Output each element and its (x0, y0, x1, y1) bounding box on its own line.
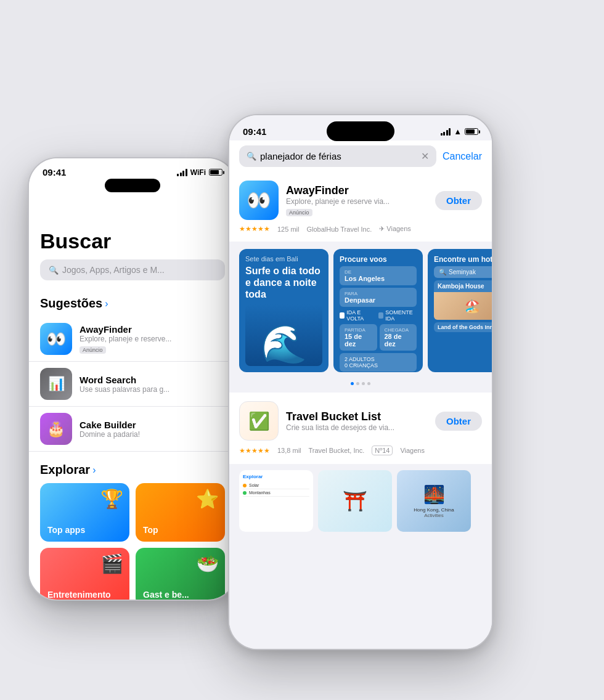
phone-front: 09:41 ▲ 🔍 p (228, 114, 493, 650)
screenshot-flight: Procure voos DE Los Angeles PARA Denpasa… (333, 249, 423, 372)
buscar-title: Buscar (40, 229, 225, 253)
arrival-field: CHEGADA 28 de dez (380, 324, 417, 351)
awayfinder-icon-front: 👀 (239, 181, 279, 220)
category-card-top[interactable]: ⭐ Top (136, 483, 225, 542)
dots-indicator (229, 380, 492, 388)
checkbox-oneway: SOMENTE IDA (378, 309, 417, 322)
search-icon-front: 🔍 (247, 152, 256, 161)
hotel1-name: Kamboja House (434, 280, 492, 292)
hotel-search-bar: 🔍 Seminyak (434, 266, 492, 278)
second-app-desc: Crie sua lista de desejos de via... (286, 423, 428, 432)
tb-dot-1 (243, 484, 247, 487)
awayfinder-icon-back: 👀 (40, 323, 72, 355)
tb-screenshot-3: 🌉 Hong Kong, China Activities (397, 470, 471, 532)
dep-label: PARTIDA (345, 327, 372, 333)
suggestions-chevron[interactable]: › (105, 298, 108, 309)
clear-icon[interactable]: ✕ (421, 150, 429, 162)
app-desc: Use suas palavras para g... (80, 385, 225, 394)
app-desc: Explore, planeje e reserve... (80, 335, 225, 343)
publisher-second: Travel Bucket, Inc. (309, 447, 365, 454)
top-apps-title: Top apps (47, 525, 85, 535)
time-front: 09:41 (243, 126, 266, 137)
list-item[interactable]: 📊 Word Search Use suas palavras para g..… (29, 362, 236, 407)
stars-row-featured: ★★★★★ 125 mil GlobalHub Travel Inc. ✈ Vi… (239, 225, 482, 233)
dynamic-island (327, 121, 394, 141)
search-bar-back[interactable]: 🔍 Jogos, Apps, Artigos e M... (40, 259, 225, 280)
top-apps-emoji: 🏆 (100, 488, 123, 510)
bali-title: Sete dias em Bali (245, 255, 322, 262)
publisher-featured: GlobalHub Travel Inc. (306, 226, 372, 233)
search-placeholder-back: Jogos, Apps, Artigos e M... (62, 265, 165, 275)
tb-inner-1: Explorar Solar Montanhas (239, 470, 313, 532)
battery-icon (209, 169, 222, 176)
scene: 09:41 WiFi (0, 0, 604, 700)
suggestions-title: Sugestões (40, 296, 102, 311)
gastro-title: Gast e be... (143, 590, 189, 600)
screenshots-row: Sete dias em Bali Surfe o dia todo e dan… (229, 242, 492, 380)
bali-subtitle: Surfe o dia todo e dance a noite toda (245, 265, 322, 301)
featured-app-card: 👀 AwayFinder Explore, planeje e reserve … (229, 172, 492, 242)
entertainment-emoji: 🎬 (100, 553, 123, 574)
pool-icon: 🏖️ (465, 299, 480, 314)
arr-label: CHEGADA (385, 327, 412, 333)
tb-screenshot-2: ⛩️ (318, 470, 392, 532)
tb-inner-2: ⛩️ (318, 470, 392, 532)
temple-icon: ⛩️ (343, 489, 367, 513)
tb-text-1: Solar (249, 483, 259, 487)
suggestions-list: 👀 AwayFinder Explore, planeje e reserve.… (29, 317, 236, 452)
wifi-icon-front: ▲ (454, 127, 462, 136)
category-second: Viagens (400, 447, 425, 454)
featured-ad-badge: Anúncio (286, 209, 312, 216)
category-card-gastro[interactable]: 🥗 Gast e be... (136, 548, 225, 600)
search-input-container[interactable]: 🔍 planejador de férias ✕ (239, 145, 436, 167)
awayfinder-face-front: 👀 (247, 189, 271, 212)
explorar-title: Explorar (40, 463, 90, 477)
status-icons-back: WiFi (177, 168, 222, 177)
dates-row: PARTIDA 15 de dez CHEGADA 28 de dez (340, 324, 417, 351)
explorar-header: Explorar › (29, 452, 236, 483)
top-title: Top (143, 525, 158, 535)
children-value: 0 CRIANÇAS (345, 362, 412, 368)
stars-featured: ★★★★★ (239, 225, 270, 233)
dot-2 (356, 382, 359, 385)
check-oneway (378, 312, 383, 319)
from-label: DE (345, 269, 412, 275)
tb-screenshots: Explorar Solar Montanhas ⛩️ (229, 464, 492, 538)
wave-icon: 🌊 (261, 322, 307, 366)
arr-value: 28 de dez (385, 333, 412, 348)
travel-bucket-emoji: ✅ (248, 411, 270, 431)
hongkong-label: Hong Kong, China (414, 507, 454, 513)
oneway-label: SOMENTE IDA (385, 309, 417, 322)
travel-bucket-icon: ✅ (239, 401, 279, 441)
wifi-icon: WiFi (190, 168, 206, 177)
departure-field: PARTIDA 15 de dez (340, 324, 377, 351)
tb-screenshot-1: Explorar Solar Montanhas (239, 470, 313, 532)
list-item[interactable]: 🎂 Cake Builder Domine a padaria! (29, 407, 236, 452)
app-name: AwayFinder (80, 324, 225, 335)
entertainment-title: Entretenimento (47, 590, 111, 600)
search-icon-back: 🔍 (49, 266, 59, 275)
wordsearch-icon: 📊 (40, 368, 72, 400)
cancel-button[interactable]: Cancelar (443, 151, 482, 162)
app-desc: Domine a padaria! (80, 430, 225, 439)
cake-icon: 🎂 (40, 413, 72, 445)
obter-button-featured[interactable]: Obter (435, 191, 482, 210)
category-card-entertainment[interactable]: 🎬 Entretenimento (40, 548, 129, 600)
dynamic-island-container (229, 115, 492, 123)
featured-app-row: 👀 AwayFinder Explore, planeje e reserve … (239, 181, 482, 220)
check-roundtrip (340, 312, 345, 319)
category-card-top-apps[interactable]: 🏆 Top apps (40, 483, 129, 542)
search-query: planejador de férias (260, 151, 417, 161)
activities-label: Activities (424, 513, 444, 518)
flight-title: Procure voos (340, 255, 417, 264)
obter-button-second[interactable]: Obter (435, 412, 482, 431)
search-bar-active: 🔍 planejador de férias ✕ Cancelar (229, 140, 492, 172)
tb-item-2: Montanhas (243, 489, 309, 497)
status-bar-back: 09:41 WiFi (29, 158, 236, 181)
signal-icon (177, 169, 187, 176)
second-app-row: ✅ Travel Bucket List Crie sua lista de d… (239, 401, 482, 441)
explorar-chevron[interactable]: › (92, 465, 96, 476)
reviews-featured: 125 mil (277, 226, 299, 233)
list-item[interactable]: 👀 AwayFinder Explore, planeje e reserve.… (29, 317, 236, 362)
status-icons-front: ▲ (441, 127, 478, 136)
